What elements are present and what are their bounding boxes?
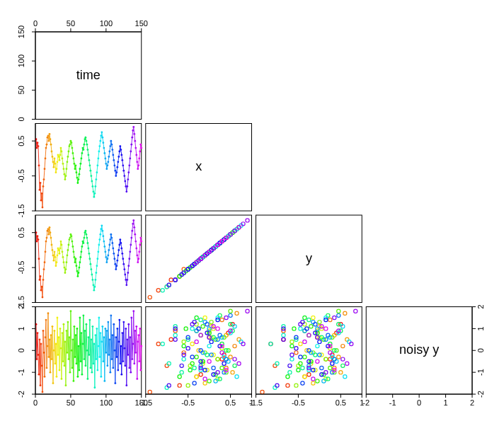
svg-point-481 [59, 253, 61, 255]
svg-text:-2: -2 [362, 398, 370, 407]
svg-text:0.5: 0.5 [17, 136, 25, 146]
svg-point-1087 [188, 364, 192, 367]
svg-point-260 [113, 164, 115, 166]
svg-point-1018 [120, 374, 122, 376]
svg-point-274 [123, 175, 125, 177]
svg-point-1217 [339, 371, 343, 374]
svg-line-884 [132, 344, 133, 359]
svg-line-310 [44, 263, 45, 270]
svg-point-473 [53, 260, 55, 262]
svg-point-578 [127, 272, 129, 274]
svg-point-188 [63, 168, 65, 170]
panel-3-1 [148, 309, 249, 393]
svg-point-522 [87, 248, 89, 250]
svg-point-461 [45, 251, 47, 253]
svg-point-231 [93, 196, 95, 198]
svg-line-850 [108, 322, 109, 355]
svg-point-1015 [118, 319, 120, 321]
svg-line-790 [66, 330, 67, 385]
svg-point-451 [38, 238, 40, 241]
svg-point-996 [105, 352, 107, 354]
svg-line-387 [98, 245, 99, 252]
svg-point-573 [123, 268, 125, 270]
svg-point-1264 [326, 313, 330, 317]
svg-point-267 [118, 151, 120, 153]
svg-point-1331 [324, 371, 328, 374]
svg-point-581 [129, 251, 131, 253]
svg-point-202 [73, 158, 75, 160]
svg-point-262 [115, 175, 117, 177]
svg-point-1106 [178, 375, 181, 379]
svg-line-434 [132, 231, 132, 238]
svg-point-995 [104, 328, 106, 330]
svg-point-150 [36, 147, 38, 149]
svg-point-193 [67, 161, 69, 163]
svg-text:0: 0 [476, 348, 485, 352]
svg-point-450 [37, 235, 39, 237]
svg-point-517 [84, 231, 86, 234]
svg-point-550 [107, 254, 109, 256]
svg-point-1144 [214, 379, 217, 383]
svg-point-225 [88, 164, 91, 166]
svg-point-1045 [139, 369, 142, 372]
svg-point-947 [71, 350, 73, 352]
svg-point-1147 [195, 329, 198, 333]
svg-point-944 [69, 336, 71, 338]
svg-point-1323 [288, 364, 292, 367]
svg-point-532 [94, 279, 96, 281]
svg-point-453 [39, 279, 41, 281]
svg-line-308 [42, 280, 43, 297]
svg-line-758 [43, 330, 44, 352]
svg-line-146 [139, 151, 140, 159]
svg-line-309 [43, 270, 44, 280]
svg-point-980 [93, 386, 96, 388]
svg-point-200 [71, 147, 74, 149]
svg-point-1208 [294, 351, 298, 355]
svg-point-486 [62, 256, 64, 258]
svg-point-1029 [128, 367, 130, 369]
svg-point-1107 [182, 344, 185, 347]
svg-point-551 [108, 249, 110, 251]
svg-point-480 [58, 249, 60, 251]
svg-point-927 [57, 317, 59, 319]
svg-point-1156 [212, 366, 215, 369]
svg-point-483 [60, 241, 62, 243]
svg-point-1046 [140, 345, 142, 347]
panel-3-2 [260, 309, 357, 393]
svg-line-21 [51, 144, 52, 151]
svg-point-525 [89, 263, 91, 265]
svg-point-228 [91, 180, 93, 183]
svg-point-192 [66, 168, 68, 170]
svg-point-576 [125, 284, 127, 286]
svg-point-1041 [137, 341, 139, 343]
svg-point-594 [138, 251, 140, 253]
svg-line-30 [57, 155, 58, 162]
svg-point-272 [122, 164, 124, 166]
svg-point-298 [140, 147, 142, 149]
svg-line-441 [137, 248, 137, 255]
svg-point-1206 [260, 390, 264, 393]
svg-point-1141 [233, 325, 236, 328]
svg-point-1246 [337, 309, 340, 313]
svg-point-977 [91, 326, 93, 328]
svg-point-1020 [122, 360, 124, 362]
svg-point-216 [82, 149, 84, 151]
svg-point-493 [67, 249, 69, 251]
svg-point-1140 [239, 340, 243, 343]
svg-point-981 [94, 334, 96, 336]
svg-point-940 [66, 330, 68, 332]
svg-point-1176 [173, 338, 177, 341]
svg-point-296 [139, 151, 141, 153]
svg-line-302 [38, 240, 39, 259]
svg-point-1157 [205, 323, 209, 326]
svg-point-994 [103, 380, 105, 382]
svg-point-1093 [216, 357, 219, 361]
svg-line-781 [59, 328, 60, 370]
svg-line-326 [55, 257, 56, 265]
svg-point-1299 [311, 321, 315, 324]
svg-point-978 [92, 362, 94, 364]
svg-point-163 [45, 147, 47, 149]
svg-point-552 [108, 244, 110, 246]
svg-point-1128 [167, 362, 171, 365]
svg-point-579 [127, 265, 130, 267]
